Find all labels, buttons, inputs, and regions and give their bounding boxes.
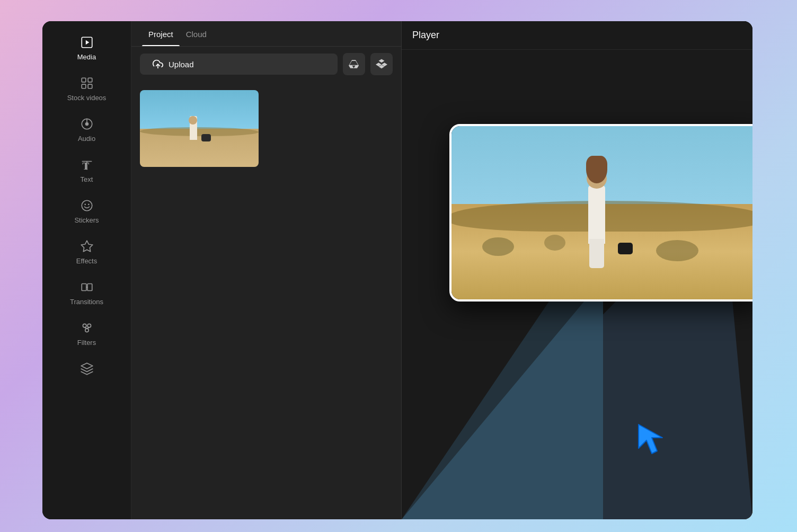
sidebar-item-3d[interactable] xyxy=(42,354,131,384)
svg-rect-3 xyxy=(88,78,92,82)
player-header: Player xyxy=(402,21,752,50)
svg-rect-5 xyxy=(88,84,92,88)
sidebar-item-audio[interactable]: Audio xyxy=(42,109,131,150)
media-thumbnail[interactable] xyxy=(140,90,259,167)
sidebar-item-stock-videos-label: Stock videos xyxy=(67,94,107,102)
dropbox-icon xyxy=(376,58,387,70)
sidebar-item-transitions-label: Transitions xyxy=(70,298,103,306)
sidebar-item-text-label: Text xyxy=(81,175,93,183)
svg-rect-17 xyxy=(87,284,92,291)
stock-videos-icon xyxy=(79,76,94,91)
sidebar-item-audio-label: Audio xyxy=(78,135,95,143)
filters-icon xyxy=(79,321,94,335)
media-toolbar: Upload xyxy=(131,47,401,82)
svg-rect-16 xyxy=(82,284,86,291)
tab-cloud[interactable]: Cloud xyxy=(180,21,213,46)
player-area: Player xyxy=(402,21,752,519)
tabs-bar: Project Cloud xyxy=(131,21,401,47)
upload-icon xyxy=(153,59,163,69)
app-window: Media Stock videos xyxy=(42,21,752,519)
svg-text:T: T xyxy=(82,161,89,172)
cube-icon xyxy=(79,361,94,376)
svg-point-19 xyxy=(83,324,86,327)
svg-point-20 xyxy=(87,324,91,327)
sidebar: Media Stock videos xyxy=(42,21,131,519)
transitions-icon xyxy=(79,280,94,295)
sidebar-item-media[interactable]: Media xyxy=(42,28,131,68)
audio-icon xyxy=(79,117,94,131)
text-icon: T xyxy=(79,157,94,172)
sidebar-item-effects[interactable]: Effects xyxy=(42,232,131,272)
player-canvas xyxy=(402,50,752,519)
cursor-arrow xyxy=(633,419,670,458)
sidebar-item-text[interactable]: T Text xyxy=(42,150,131,191)
svg-rect-4 xyxy=(82,84,86,88)
sidebar-item-filters-label: Filters xyxy=(77,339,96,347)
sidebar-item-transitions[interactable]: Transitions xyxy=(42,272,131,313)
main-content: Project Cloud Upload xyxy=(131,21,752,519)
google-drive-button[interactable] xyxy=(343,53,365,75)
svg-rect-2 xyxy=(82,78,86,82)
media-icon xyxy=(79,35,94,50)
sidebar-item-media-label: Media xyxy=(77,53,96,61)
media-grid xyxy=(131,82,401,175)
svg-point-12 xyxy=(82,200,92,211)
svg-line-23 xyxy=(87,327,89,329)
zoom-preview-window xyxy=(449,124,752,302)
google-drive-icon xyxy=(348,58,360,70)
dropbox-button[interactable] xyxy=(370,53,393,75)
svg-point-21 xyxy=(85,329,88,332)
sidebar-item-effects-label: Effects xyxy=(76,257,98,265)
sidebar-item-stickers-label: Stickers xyxy=(74,216,99,224)
upload-button[interactable]: Upload xyxy=(140,54,338,75)
svg-marker-29 xyxy=(639,424,662,454)
sidebar-item-stock-videos[interactable]: Stock videos xyxy=(42,68,131,109)
player-title: Player xyxy=(412,30,439,40)
svg-marker-15 xyxy=(81,241,93,252)
cursor-arrow-icon xyxy=(633,419,670,456)
sidebar-item-stickers[interactable]: Stickers xyxy=(42,191,131,232)
upload-label: Upload xyxy=(169,60,194,69)
sidebar-item-filters[interactable]: Filters xyxy=(42,313,131,354)
media-panel: Project Cloud Upload xyxy=(131,21,402,519)
tab-project[interactable]: Project xyxy=(142,21,180,46)
svg-marker-1 xyxy=(85,40,89,45)
stickers-icon xyxy=(79,198,94,213)
svg-point-7 xyxy=(85,122,88,126)
effects-icon xyxy=(79,239,94,254)
